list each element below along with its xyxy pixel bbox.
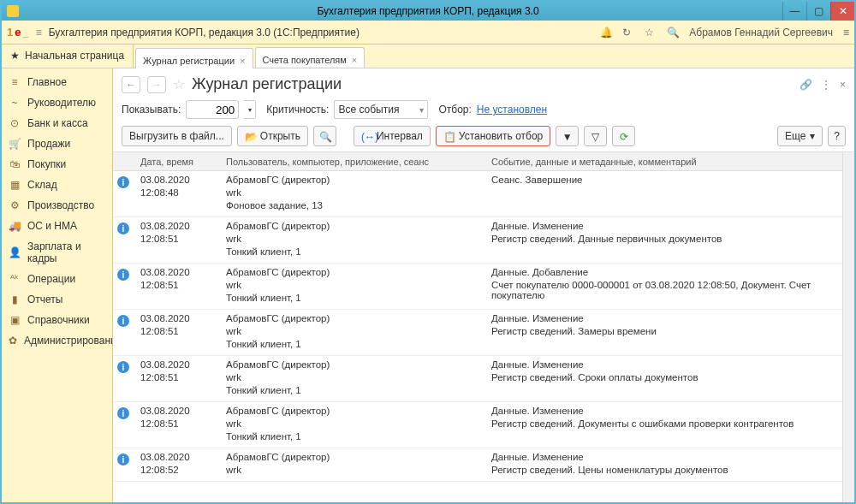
- export-button[interactable]: Выгрузить в файл...: [122, 126, 232, 146]
- sidebar-item-11[interactable]: ▣Справочники: [2, 310, 112, 330]
- severity-label: Критичность:: [266, 104, 329, 116]
- filter-by-value-button[interactable]: ▼: [556, 126, 579, 146]
- refresh-icon: ⟳: [618, 131, 629, 142]
- table-row[interactable]: i03.08.202012:08:52АбрамовГС (директор)w…: [113, 448, 854, 482]
- sidebar-item-0[interactable]: ≡Главное: [2, 72, 112, 92]
- sidebar-icon: ⊙: [9, 117, 21, 129]
- app-title: Бухгалтерия предприятия КОРП, редакция 3…: [49, 27, 360, 39]
- tab-close-icon[interactable]: ×: [240, 56, 245, 66]
- sidebar: ≡Главное~Руководителю⊙Банк и касса🛒Прода…: [2, 68, 113, 502]
- star-icon[interactable]: ☆: [645, 27, 657, 39]
- menu-icon[interactable]: ≡: [36, 27, 42, 39]
- sidebar-item-8[interactable]: 👤Зарплата и кадры: [2, 236, 112, 269]
- sidebar-item-9[interactable]: ᴬᵏОперации: [2, 269, 112, 289]
- refresh-button[interactable]: ⟳: [612, 126, 635, 146]
- log-table: Дата, время Пользователь, компьютер, при…: [113, 152, 854, 502]
- set-filter-button[interactable]: 📋Установить отбор: [436, 126, 550, 146]
- maximize-button[interactable]: ▢: [806, 2, 830, 21]
- sidebar-item-12[interactable]: ✿Администрирование: [2, 330, 112, 351]
- tab-close-icon[interactable]: ×: [352, 55, 357, 65]
- favorite-icon[interactable]: ☆: [173, 76, 185, 92]
- sidebar-item-label: Отчеты: [27, 294, 62, 305]
- sidebar-item-10[interactable]: ▮Отчеты: [2, 289, 112, 310]
- sidebar-item-label: Продажи: [27, 138, 70, 150]
- view-button[interactable]: 🔍: [313, 126, 336, 146]
- history-icon[interactable]: ↻: [622, 27, 634, 39]
- sidebar-item-label: Покупки: [27, 158, 66, 170]
- tab-registration-log[interactable]: Журнал регистрации ×: [135, 48, 253, 68]
- interval-button[interactable]: (↔)Интервал: [354, 126, 431, 146]
- link-icon[interactable]: 🔗: [800, 79, 812, 91]
- sidebar-item-7[interactable]: 🚚ОС и НМА: [2, 216, 112, 236]
- sidebar-item-1[interactable]: ~Руководителю: [2, 92, 112, 113]
- table-row[interactable]: i03.08.202012:08:51АбрамовГС (директор)w…: [113, 356, 854, 402]
- more-button[interactable]: Еще ▾: [777, 126, 823, 146]
- app-bar: 1e_ ≡ Бухгалтерия предприятия КОРП, реда…: [2, 21, 854, 44]
- user-menu-icon[interactable]: ≡: [843, 27, 849, 39]
- show-count-spinner[interactable]: ▾: [244, 100, 256, 119]
- sidebar-item-label: Склад: [27, 179, 57, 191]
- filter-icon: 📋: [443, 131, 455, 142]
- col-header-event[interactable]: Событие, данные и метаданные, комментари…: [484, 157, 854, 167]
- sidebar-icon: ▣: [9, 314, 21, 326]
- sidebar-item-label: Справочники: [27, 314, 90, 326]
- more-icon[interactable]: ⋮: [821, 79, 831, 91]
- tab-home-label: Начальная страница: [25, 50, 124, 62]
- content-area: ← → ☆ Журнал регистрации 🔗 ⋮ × Показыват…: [113, 68, 854, 502]
- export-label: Выгрузить в файл...: [129, 130, 224, 142]
- current-user[interactable]: Абрамов Геннадий Сергеевич: [689, 27, 833, 39]
- sidebar-icon: 🛒: [9, 138, 21, 150]
- funnel-clear-icon: ▽: [590, 131, 601, 142]
- sidebar-item-label: Администрирование: [24, 335, 113, 347]
- clear-filter-button[interactable]: ▽: [584, 126, 607, 146]
- sidebar-icon: 🚚: [9, 220, 21, 232]
- sidebar-item-4[interactable]: 🛍Покупки: [2, 154, 112, 175]
- search-icon[interactable]: 🔍: [667, 27, 679, 39]
- sidebar-item-5[interactable]: ▦Склад: [2, 175, 112, 195]
- set-filter-label: Установить отбор: [459, 130, 543, 142]
- table-row[interactable]: i03.08.202012:08:48АбрамовГС (директор)w…: [113, 171, 854, 217]
- show-count-input[interactable]: [186, 100, 239, 119]
- table-row[interactable]: i03.08.202012:08:51АбрамовГС (директор)w…: [113, 264, 854, 310]
- tab-label: Счета покупателям: [263, 55, 347, 65]
- home-icon: ★: [10, 50, 20, 62]
- col-header-user[interactable]: Пользователь, компьютер, приложение, сеа…: [219, 157, 484, 167]
- minimize-button[interactable]: —: [782, 2, 806, 21]
- tab-bar: ★ Начальная страница Журнал регистрации …: [2, 44, 854, 68]
- col-header-date[interactable]: Дата, время: [134, 157, 219, 167]
- funnel-icon: ▼: [562, 131, 573, 142]
- forward-button[interactable]: →: [147, 76, 166, 93]
- bell-icon[interactable]: 🔔: [600, 27, 612, 39]
- sidebar-item-label: Операции: [27, 273, 75, 285]
- open-label: Открыть: [260, 130, 300, 142]
- back-button[interactable]: ←: [122, 76, 140, 93]
- sidebar-icon: ~: [9, 97, 21, 109]
- sidebar-icon: ≡: [9, 76, 21, 88]
- interval-icon: (↔): [361, 131, 372, 142]
- sidebar-icon: ✿: [9, 335, 17, 347]
- table-row[interactable]: i03.08.202012:08:51АбрамовГС (директор)w…: [113, 217, 854, 264]
- folder-icon: 📂: [245, 131, 256, 142]
- tab-home[interactable]: ★ Начальная страница: [2, 44, 134, 68]
- help-button[interactable]: ?: [828, 126, 846, 146]
- selection-label: Отбор:: [438, 104, 471, 116]
- severity-select[interactable]: Все события: [334, 100, 428, 119]
- table-row[interactable]: i03.08.202012:08:51АбрамовГС (директор)w…: [113, 310, 854, 356]
- app-icon: [7, 5, 19, 17]
- sidebar-item-3[interactable]: 🛒Продажи: [2, 133, 112, 154]
- close-page-icon[interactable]: ×: [840, 79, 846, 91]
- sidebar-item-label: Банк и касса: [27, 117, 88, 129]
- scrollbar-vertical[interactable]: [842, 152, 854, 502]
- sidebar-item-6[interactable]: ⚙Производство: [2, 195, 112, 216]
- sidebar-icon: ▮: [9, 294, 21, 305]
- open-button[interactable]: 📂Открыть: [237, 126, 308, 146]
- info-icon: i: [117, 454, 129, 465]
- close-button[interactable]: ✕: [830, 2, 854, 21]
- window-title: Бухгалтерия предприятия КОРП, редакция 3…: [317, 5, 538, 17]
- sidebar-item-label: Главное: [27, 76, 67, 88]
- selection-link[interactable]: Не установлен: [477, 104, 547, 116]
- tab-label: Журнал регистрации: [143, 56, 235, 66]
- sidebar-item-2[interactable]: ⊙Банк и касса: [2, 113, 112, 133]
- tab-invoices[interactable]: Счета покупателям ×: [255, 47, 366, 68]
- table-row[interactable]: i03.08.202012:08:51АбрамовГС (директор)w…: [113, 402, 854, 448]
